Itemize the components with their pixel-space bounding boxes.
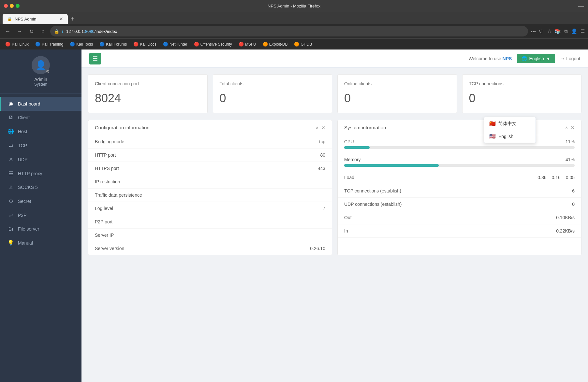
lang-option-zh[interactable]: 🇨🇳 简体中文 [484,117,536,130]
bookmark-kali-forums[interactable]: 🔵 Kali Forums [97,41,129,48]
sidebar-item-host[interactable]: 🌐 Host [0,124,81,138]
http-proxy-label: HTTP proxy [18,171,42,176]
nav-home-btn[interactable]: ⌂ [38,27,48,36]
synctabs-btn[interactable]: ⧉ [564,28,568,34]
en-label: English [498,134,513,139]
config-collapse-btn[interactable]: ∧ [316,125,319,130]
bookmark-exploit-db[interactable]: 🟠 Exploit-DB [260,41,290,48]
bookmark-kali-training[interactable]: 🔵 Kali Training [33,41,66,48]
load-label: Load [344,175,354,180]
en-flag-icon: 🇺🇸 [489,133,496,139]
p2p-label: P2P [18,213,26,218]
bookmark-kali-linux[interactable]: 🔴 Kali Linux [3,41,31,48]
stat-value-tcp-connections: 0 [469,92,575,105]
logout-icon: → [560,56,565,61]
hamburger-btn[interactable]: ☰ [89,53,101,64]
browser-chrome: NPS Admin - Mozilla Firefox — 🔒 NPS Admi… [0,0,588,50]
account-btn[interactable]: 👤 [571,28,577,34]
nav-refresh-btn[interactable]: ↻ [27,27,36,36]
bookmark-ghdb[interactable]: 🟠 GHDB [291,41,315,48]
sidebar-item-dashboard[interactable]: ◉ Dashboard [0,97,81,111]
log-level-value: 7 [323,206,325,211]
kali-docs-label: Kali Docs [140,42,156,47]
stat-card-online-clients: Online clients 0 [337,74,457,113]
welcome-text: Welcome to use NPS [469,56,512,61]
win-maximize-btn[interactable] [16,4,20,8]
url-host: 127.0.0.1 [66,29,84,34]
bookmark-kali-docs[interactable]: 🔴 Kali Docs [131,41,159,48]
client-icon: 🖥 [7,115,14,120]
config-row-http-port: HTTP port 80 [88,149,332,162]
out-label: Out [344,215,352,220]
host-label: Host [18,129,27,134]
avatar-icon: 👤 [35,60,47,71]
new-tab-btn[interactable]: + [68,14,77,24]
socks5-label: SOCKS 5 [18,185,38,190]
manual-label: Manual [18,240,33,246]
sidebar-username: Admin [34,77,47,82]
logout-btn[interactable]: → Logout [560,56,580,61]
sidebar-item-tcp[interactable]: ⇄ TCP [0,138,81,152]
system-collapse-btn[interactable]: ∧ [565,125,568,130]
exploit-db-label: Exploit-DB [269,42,288,47]
bookmark-kali-tools[interactable]: 🔵 Kali Tools [67,41,96,48]
window-dash-btn[interactable]: — [578,3,584,9]
win-close-btn[interactable] [4,4,8,8]
exploit-db-icon: 🟠 [263,42,268,47]
sidebar-item-p2p[interactable]: ⇌ P2P [0,208,81,222]
overflow-menu-btn[interactable]: ••• [531,29,536,34]
stat-card-client-port: Client connection port 8024 [88,74,208,113]
address-bar: ← → ↻ ⌂ 🔒 ℹ 127.0.0.1:8080/index/index •… [0,24,588,38]
udp-label: UDP [18,157,28,162]
nav-back-btn[interactable]: ← [3,27,12,36]
ghdb-label: GHDB [301,42,312,47]
file-server-label: File server [18,226,39,232]
tcp-conn-value: 6 [572,188,575,193]
browser-tab-nps[interactable]: 🔒 NPS Admin ✕ [3,14,68,24]
nav-forward-btn[interactable]: → [15,27,24,36]
language-dropdown-btn[interactable]: 🌐 English ▼ [517,54,555,63]
udp-conn-label: UDP connections (establish) [344,202,402,207]
sidebar-item-secret[interactable]: ⊙ Secret [0,194,81,208]
config-row-p2p-port: P2P port [88,215,332,229]
sidebar-user-role: System [34,82,47,87]
stat-title-online-clients: Online clients [344,81,450,86]
config-panel: Configuration information ∧ ✕ Bridging m… [88,120,332,255]
config-panel-title: Configuration information [95,125,150,130]
sidebar-item-manual[interactable]: 💡 Manual [0,236,81,250]
shield-btn[interactable]: 🛡 [539,29,544,34]
config-row-server-version: Server version 0.26.10 [88,242,332,255]
win-minimize-btn[interactable] [10,4,14,8]
bookmark-star-btn[interactable]: ☆ [547,28,551,34]
memory-progress-fill [344,164,439,167]
bookmark-nethunter[interactable]: 🔵 NetHunter [160,41,190,48]
bookmark-msfu[interactable]: 🔴 MSFU [236,41,259,48]
top-header: ☰ Welcome to use NPS 🌐 English ▼ → Logou… [81,50,588,68]
sidebar-item-file-server[interactable]: 🗂 File server [0,222,81,236]
out-value: 0.10KB/s [556,215,575,220]
udp-icon: ✕ [7,156,14,163]
sys-out-row: Out 0.10KB/s [338,211,581,224]
tab-close-btn[interactable]: ✕ [59,16,63,21]
tcp-conn-label: TCP connections (establish) [344,188,401,193]
address-input-wrap[interactable]: 🔒 ℹ 127.0.0.1:8080/index/index [50,26,528,36]
language-popup: 🇨🇳 简体中文 🇺🇸 English [484,117,536,143]
sidebar-item-http-proxy[interactable]: ☰ HTTP proxy [0,166,81,180]
cpu-progress-fill [344,146,370,149]
sidebar-item-client[interactable]: 🖥 Client [0,111,81,124]
stats-row: Client connection port 8024 Total client… [88,74,581,113]
system-close-btn[interactable]: ✕ [571,125,575,130]
sidebar-item-udp[interactable]: ✕ UDP [0,152,81,166]
dashboard-body: Client connection port 8024 Total client… [81,68,588,382]
config-close-btn[interactable]: ✕ [321,125,325,130]
config-row-ip-restriction: IP restriction [88,175,332,189]
lang-option-en[interactable]: 🇺🇸 English [484,130,536,143]
system-panel-title: System information [344,125,386,130]
traffic-label: Traffic data persistence [95,192,142,198]
memory-label: Memory [344,157,361,162]
bookmark-list-btn[interactable]: 📚 [555,28,561,34]
stat-value-client-port: 8024 [95,92,201,105]
bookmark-offensive-security[interactable]: 🔴 Offensive Security [191,41,235,48]
more-btn[interactable]: ☰ [581,28,585,34]
sidebar-item-socks5[interactable]: ⧖ SOCKS 5 [0,180,81,194]
